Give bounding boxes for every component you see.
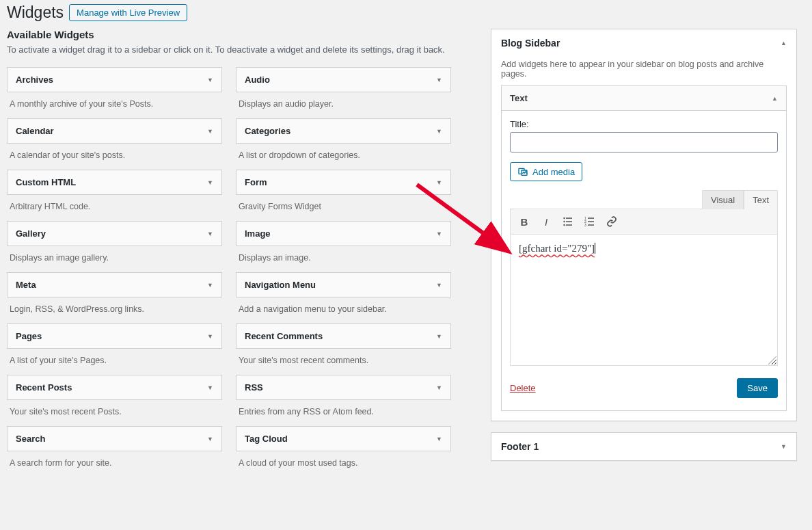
widget-desc: Entries from any RSS or Atom feed. bbox=[236, 400, 451, 416]
widget-label: Gallery bbox=[16, 228, 46, 239]
manage-live-preview-button[interactable]: Manage with Live Preview bbox=[69, 4, 187, 21]
widget-meta[interactable]: Meta ▼ bbox=[7, 272, 222, 297]
chevron-down-icon: ▼ bbox=[207, 333, 213, 340]
footer-1-title: Footer 1 bbox=[501, 441, 539, 452]
widget-search[interactable]: Search ▼ bbox=[7, 426, 222, 451]
chevron-down-icon: ▼ bbox=[436, 282, 442, 289]
svg-rect-3 bbox=[566, 217, 572, 219]
footer-1-header[interactable]: Footer 1 ▼ bbox=[491, 433, 796, 460]
title-field-label: Title: bbox=[510, 119, 778, 129]
widget-label: Image bbox=[245, 228, 271, 239]
widget-archives[interactable]: Archives ▼ bbox=[7, 67, 222, 92]
available-widgets-desc: To activate a widget drag it to a sideba… bbox=[7, 44, 451, 55]
widget-desc: Arbitrary HTML code. bbox=[7, 195, 222, 211]
numbered-list-button[interactable]: 123 bbox=[580, 212, 599, 231]
chevron-down-icon: ▼ bbox=[207, 77, 213, 83]
editor-content[interactable]: [gfchart id="279"] bbox=[519, 243, 595, 254]
widget-categories[interactable]: Categories ▼ bbox=[236, 118, 451, 144]
widget-desc: Displays an image gallery. bbox=[7, 246, 222, 263]
chevron-down-icon: ▼ bbox=[436, 77, 442, 83]
widget-recent-posts[interactable]: Recent Posts ▼ bbox=[7, 375, 222, 400]
chevron-down-icon: ▼ bbox=[207, 230, 213, 237]
media-icon bbox=[517, 166, 528, 177]
chevron-down-icon: ▼ bbox=[436, 333, 442, 340]
widget-label: Recent Posts bbox=[16, 382, 72, 393]
bold-button[interactable]: B bbox=[515, 212, 534, 231]
widget-desc: A search form for your site. bbox=[7, 451, 222, 468]
widget-custom-html[interactable]: Custom HTML ▼ bbox=[7, 170, 222, 195]
chevron-down-icon: ▼ bbox=[781, 443, 787, 450]
widget-desc: Displays an audio player. bbox=[236, 92, 451, 109]
svg-rect-7 bbox=[566, 224, 572, 226]
chevron-down-icon: ▼ bbox=[436, 436, 442, 442]
chevron-up-icon: ▲ bbox=[781, 40, 787, 47]
widget-label: Form bbox=[245, 177, 267, 187]
widget-label: Archives bbox=[16, 75, 53, 85]
svg-rect-9 bbox=[588, 217, 594, 219]
widget-recent-comments[interactable]: Recent Comments ▼ bbox=[236, 323, 451, 349]
svg-point-6 bbox=[563, 224, 565, 226]
widget-desc: Your site's most recent comments. bbox=[236, 349, 451, 365]
chevron-down-icon: ▼ bbox=[207, 384, 213, 391]
add-media-label: Add media bbox=[532, 167, 575, 177]
widget-tag-cloud[interactable]: Tag Cloud ▼ bbox=[236, 426, 451, 451]
chevron-down-icon: ▼ bbox=[207, 282, 213, 289]
available-widgets-heading: Available Widgets bbox=[7, 29, 451, 40]
widget-desc: Add a navigation menu to your sidebar. bbox=[236, 297, 451, 314]
chevron-down-icon: ▼ bbox=[436, 128, 442, 135]
tab-visual[interactable]: Visual bbox=[702, 190, 744, 209]
svg-text:3: 3 bbox=[584, 223, 586, 227]
chevron-down-icon: ▼ bbox=[207, 436, 213, 442]
resize-handle-icon[interactable] bbox=[768, 356, 777, 365]
widget-label: Recent Comments bbox=[245, 331, 323, 341]
widget-navigation-menu[interactable]: Navigation Menu ▼ bbox=[236, 272, 451, 297]
widget-label: Tag Cloud bbox=[245, 434, 288, 444]
widget-image[interactable]: Image ▼ bbox=[236, 221, 451, 246]
delete-link[interactable]: Delete bbox=[510, 383, 536, 393]
widget-desc: Displays an image. bbox=[236, 246, 451, 263]
widget-label: RSS bbox=[245, 382, 263, 393]
chevron-up-icon: ▲ bbox=[772, 95, 778, 102]
widget-label: Custom HTML bbox=[16, 177, 76, 187]
widget-pages[interactable]: Pages ▼ bbox=[7, 323, 222, 349]
italic-button[interactable]: I bbox=[537, 212, 556, 231]
add-media-button[interactable]: Add media bbox=[510, 162, 582, 181]
svg-rect-11 bbox=[588, 221, 594, 222]
blog-sidebar-title: Blog Sidebar bbox=[501, 38, 560, 49]
widget-gallery[interactable]: Gallery ▼ bbox=[7, 221, 222, 246]
widget-desc: A calendar of your site's posts. bbox=[7, 144, 222, 160]
text-widget-title: Text bbox=[510, 93, 528, 103]
widget-calendar[interactable]: Calendar ▼ bbox=[7, 118, 222, 144]
widget-label: Calendar bbox=[16, 126, 54, 136]
svg-point-2 bbox=[563, 217, 565, 219]
save-button[interactable]: Save bbox=[737, 378, 778, 398]
bulleted-list-button[interactable] bbox=[558, 212, 578, 231]
widget-desc: Gravity Forms Widget bbox=[236, 195, 451, 211]
widget-desc: Login, RSS, & WordPress.org links. bbox=[7, 297, 222, 314]
chevron-down-icon: ▼ bbox=[436, 230, 442, 237]
widget-form[interactable]: Form ▼ bbox=[236, 170, 451, 195]
widget-label: Navigation Menu bbox=[245, 280, 316, 290]
editor-textarea[interactable]: [gfchart id="279"] bbox=[510, 235, 778, 366]
chevron-down-icon: ▼ bbox=[207, 128, 213, 135]
widget-desc: A list of your site's Pages. bbox=[7, 349, 222, 365]
widget-label: Search bbox=[16, 434, 45, 444]
blog-sidebar-panel: Blog Sidebar ▲ Add widgets here to appea… bbox=[491, 29, 797, 421]
link-button[interactable] bbox=[602, 212, 621, 231]
footer-1-panel: Footer 1 ▼ bbox=[491, 432, 797, 461]
widget-label: Audio bbox=[245, 75, 270, 85]
widget-label: Pages bbox=[16, 331, 42, 341]
widget-desc: A monthly archive of your site's Posts. bbox=[7, 92, 222, 109]
chevron-down-icon: ▼ bbox=[207, 179, 213, 186]
blog-sidebar-desc: Add widgets here to appear in your sideb… bbox=[491, 57, 796, 85]
widget-rss[interactable]: RSS ▼ bbox=[236, 375, 451, 400]
title-input[interactable] bbox=[510, 132, 778, 153]
blog-sidebar-header[interactable]: Blog Sidebar ▲ bbox=[491, 29, 796, 57]
widget-desc: Your site's most recent Posts. bbox=[7, 400, 222, 416]
tab-text[interactable]: Text bbox=[744, 190, 778, 209]
chevron-down-icon: ▼ bbox=[436, 384, 442, 391]
svg-point-4 bbox=[563, 221, 565, 222]
text-widget: Text ▲ Title: Add media bbox=[501, 85, 787, 411]
widget-audio[interactable]: Audio ▼ bbox=[236, 67, 451, 92]
text-widget-header[interactable]: Text ▲ bbox=[502, 86, 786, 111]
